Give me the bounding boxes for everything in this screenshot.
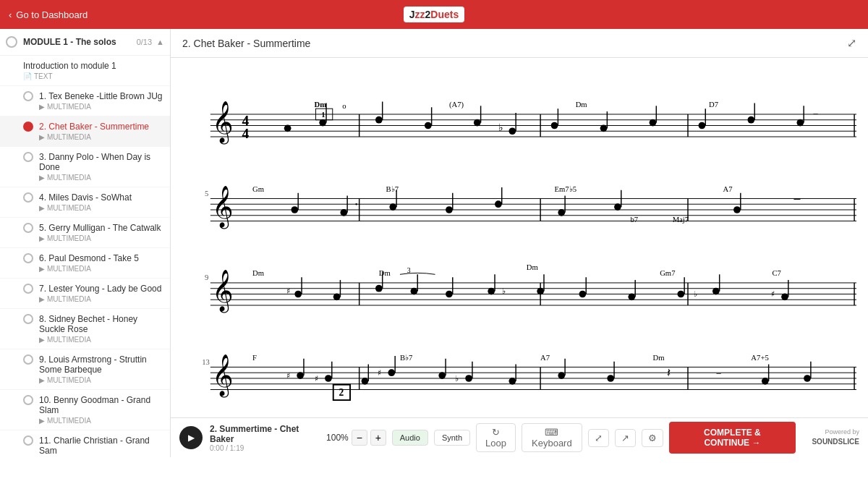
svg-text:♯: ♯ <box>286 286 290 295</box>
sheet-music-area: 𝄞 4 4 1 o Dm (A7) Dm D7 <box>171 58 868 417</box>
lesson9-title: 9. Louis Armstrong - Struttin Some Barbe… <box>39 354 164 375</box>
multimedia9-icon: ▶ <box>39 376 45 384</box>
svg-text:−: − <box>793 192 801 207</box>
svg-point-15 <box>284 125 292 132</box>
lesson-2[interactable]: 2. Chet Baker - Summertime ▶ MULTIMEDIA <box>0 116 170 147</box>
lesson9-type: ▶ MULTIMEDIA <box>39 376 164 384</box>
multimedia6-icon: ▶ <box>39 265 45 273</box>
lesson6-dot <box>23 253 33 263</box>
lesson6-type: ▶ MULTIMEDIA <box>39 265 139 273</box>
back-arrow-icon: ‹ <box>9 9 12 20</box>
powered-by: Powered by SOUNDSLICE <box>801 428 859 446</box>
svg-text:9: 9 <box>205 273 208 281</box>
lesson7-dot <box>23 284 33 294</box>
audio-button[interactable]: Audio <box>392 430 428 446</box>
svg-text:𝄞: 𝄞 <box>212 186 234 229</box>
expand-icon[interactable]: ⤢ <box>847 36 856 50</box>
lesson3-type: ▶ MULTIMEDIA <box>39 174 164 182</box>
svg-point-137 <box>297 372 304 379</box>
lesson4-dot <box>23 192 33 203</box>
svg-point-20 <box>425 122 432 129</box>
svg-text:2: 2 <box>339 387 344 398</box>
lesson-8[interactable]: 8. Sidney Bechet - Honey Suckle Rose ▶ M… <box>0 309 170 349</box>
back-label: Go to Dashboard <box>16 9 88 20</box>
zoom-out-button[interactable]: − <box>352 430 367 446</box>
lesson-10[interactable]: 10. Benny Goodman - Grand Slam ▶ MULTIME… <box>0 390 170 430</box>
sidebar: MODULE 1 - The solos 0/13 ▲ Introduction… <box>0 29 171 457</box>
svg-text:A7+5: A7+5 <box>751 353 768 362</box>
svg-point-93 <box>294 291 302 298</box>
svg-point-99 <box>411 288 418 295</box>
multimedia-icon: ▶ <box>39 103 45 111</box>
svg-text:Em7♭5: Em7♭5 <box>555 184 576 193</box>
svg-text:♭: ♭ <box>694 289 697 298</box>
zoom-level: 100% <box>326 433 349 443</box>
lesson-7[interactable]: 7. Lester Young - Lady be Good ▶ MULTIME… <box>0 279 170 309</box>
lesson-3[interactable]: 3. Danny Polo - When Day is Done ▶ MULTI… <box>0 147 170 187</box>
multimedia5-icon: ▶ <box>39 234 45 242</box>
svg-text:13: 13 <box>202 357 210 366</box>
loop-icon: ↻ <box>492 427 500 438</box>
lesson8-dot <box>23 314 33 324</box>
settings-button[interactable]: ⚙ <box>642 429 663 447</box>
share-button[interactable]: ↗ <box>615 429 636 447</box>
svg-point-152 <box>509 378 516 385</box>
back-button[interactable]: ‹ Go to Dashboard <box>9 9 88 20</box>
svg-point-97 <box>375 285 383 292</box>
svg-text:C7: C7 <box>772 268 781 277</box>
svg-point-147 <box>438 372 446 379</box>
svg-text:F: F <box>252 353 257 362</box>
svg-point-25 <box>509 127 516 135</box>
intro-item[interactable]: Introduction to module 1 📄 TEXT <box>0 56 170 86</box>
svg-text:♯: ♯ <box>378 368 381 377</box>
content-area: 2. Chet Baker - Summertime ⤢ 𝄞 4 <box>171 29 868 457</box>
lesson1-title: 1. Tex Beneke -Little Brown JUg <box>39 91 163 101</box>
module1-header[interactable]: MODULE 1 - The solos 0/13 ▲ <box>0 29 170 56</box>
fullscreen-button[interactable]: ⤢ <box>588 429 609 447</box>
lesson3-title: 3. Danny Polo - When Day is Done <box>39 152 164 172</box>
svg-point-118 <box>781 294 788 301</box>
zoom-in-button[interactable]: + <box>370 430 386 446</box>
lesson11-title: 11. Charlie Christian - Grand Sam <box>39 436 164 456</box>
svg-point-103 <box>488 288 495 295</box>
lesson-4[interactable]: 4. Miles Davis - SoWhat ▶ MULTIMEDIA <box>0 187 170 218</box>
lesson-9[interactable]: 9. Louis Armstrong - Struttin Some Barbe… <box>0 349 170 390</box>
svg-point-142 <box>362 378 369 385</box>
module1-count: 0/13 <box>137 38 152 46</box>
svg-text:A7: A7 <box>540 353 550 362</box>
svg-point-68 <box>614 203 621 211</box>
multimedia2-icon: ▶ <box>39 133 45 141</box>
multimedia7-icon: ▶ <box>39 295 45 303</box>
svg-point-33 <box>699 122 706 129</box>
content-title: 2. Chet Baker - Summertime <box>182 38 310 49</box>
svg-text:♭: ♭ <box>502 286 506 295</box>
lesson-5[interactable]: 5. Gerry Mulligan - The Catwalk ▶ MULTIM… <box>0 218 170 248</box>
synth-button[interactable]: Synth <box>434 430 470 446</box>
loop-button[interactable]: ↻ Loop <box>476 423 516 452</box>
svg-text:Gm: Gm <box>252 184 265 193</box>
svg-point-145 <box>388 369 395 376</box>
keyboard-icon: ⌨ <box>545 427 558 438</box>
svg-point-112 <box>677 291 684 298</box>
lesson4-type: ▶ MULTIMEDIA <box>39 204 132 212</box>
svg-point-154 <box>558 372 565 379</box>
logo: Jzz2Duets <box>404 7 465 22</box>
lesson11-dot <box>23 436 33 446</box>
lesson-6[interactable]: 6. Paul Desmond - Take 5 ▶ MULTIMEDIA <box>0 248 170 279</box>
svg-text:𝄞: 𝄞 <box>212 270 234 313</box>
svg-text:D7: D7 <box>709 100 719 109</box>
svg-point-95 <box>333 294 341 301</box>
svg-point-60 <box>389 203 396 211</box>
play-button[interactable]: ▶ <box>179 426 203 449</box>
lesson10-dot <box>23 395 33 405</box>
svg-point-101 <box>446 291 453 298</box>
svg-point-29 <box>600 125 608 132</box>
svg-point-31 <box>650 119 657 127</box>
lesson-1[interactable]: 1. Tex Beneke -Little Brown JUg ▶ MULTIM… <box>0 86 170 116</box>
keyboard-button[interactable]: ⌨ Keyboard <box>522 423 582 452</box>
complete-button[interactable]: COMPLETE & CONTINUE → <box>669 422 796 454</box>
lesson-11[interactable]: 11. Charlie Christian - Grand Sam ▶ MULT… <box>0 430 170 457</box>
lesson2-dot <box>23 122 33 132</box>
svg-text:𝄽: 𝄽 <box>667 368 671 376</box>
lesson2-title: 2. Chet Baker - Summertime <box>39 122 149 132</box>
